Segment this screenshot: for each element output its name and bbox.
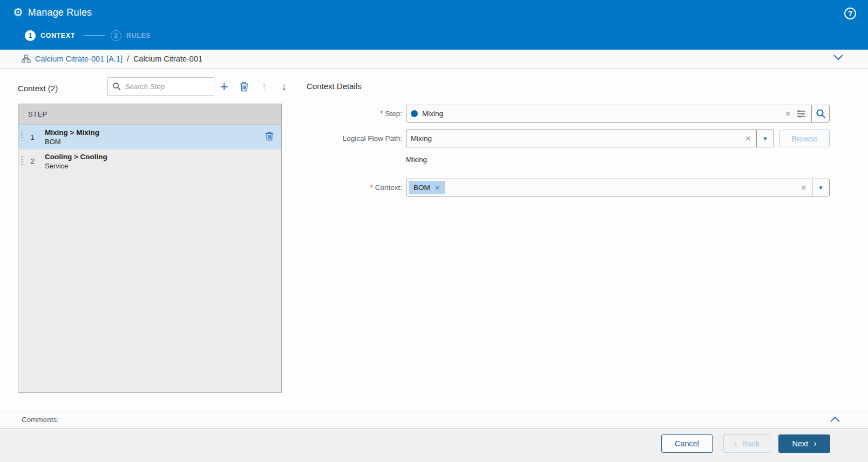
- chevron-down-icon: ▾: [763, 134, 767, 142]
- required-asterisk: *: [370, 183, 372, 192]
- breadcrumb: Calcium Citrate-001 [A.1] / Calcium Citr…: [22, 50, 202, 68]
- logical-flow-path-clear-icon[interactable]: ×: [745, 134, 751, 143]
- step-2-circle[interactable]: 2: [111, 30, 121, 41]
- structure-icon: [22, 55, 31, 63]
- step-search-button[interactable]: [811, 105, 829, 122]
- step-field-value: Mixing: [422, 110, 443, 118]
- step-field: Mixing ×: [406, 105, 830, 123]
- row-subtitle: Service: [45, 162, 107, 170]
- context-chip-label: BOM: [413, 184, 430, 192]
- context-details-title: Context Details: [307, 81, 362, 91]
- cancel-label: Cancel: [675, 439, 699, 448]
- cancel-button[interactable]: Cancel: [661, 434, 713, 453]
- browse-button[interactable]: Browse: [779, 130, 830, 147]
- context-chip: BOM ×: [409, 181, 445, 194]
- comments-collapse-chevron-up-icon[interactable]: [830, 416, 840, 422]
- table-row[interactable]: 1 Mixing > Mixing BOM: [18, 125, 281, 150]
- breadcrumb-current: Calcium Citrate-001: [133, 55, 202, 63]
- context-clear-icon[interactable]: ×: [801, 183, 806, 192]
- comments-section: Comments:: [0, 411, 868, 429]
- step-filter-sliders-icon[interactable]: [796, 110, 806, 118]
- move-up-button[interactable]: ↑: [257, 79, 270, 94]
- header: ⚙ Manage Rules ? 1 CONTEXT 2 RULES: [0, 0, 868, 50]
- logical-flow-path-label-text: Logical Flow Path:: [343, 134, 402, 142]
- context-toolbar: + ↑ ↓: [218, 78, 290, 95]
- breadcrumb-link[interactable]: Calcium Citrate-001 [A.1]: [35, 55, 123, 63]
- required-asterisk: *: [380, 109, 383, 118]
- context-field-label: *Context:: [283, 183, 402, 192]
- chevron-right-icon: ›: [813, 439, 816, 448]
- context-field-value-area[interactable]: BOM ×: [406, 179, 801, 196]
- wizard-stepper: 1 CONTEXT 2 RULES: [25, 30, 151, 41]
- chevron-down-icon: ▾: [819, 184, 823, 192]
- row-title: Cooling > Cooling: [45, 153, 107, 161]
- next-label: Next: [792, 439, 808, 448]
- manage-rules-gear-icon: ⚙: [13, 6, 23, 18]
- chevron-left-icon: ‹: [734, 439, 737, 448]
- row-subtitle: BOM: [45, 138, 99, 146]
- help-glyph: ?: [848, 9, 853, 18]
- search-icon: [112, 82, 121, 91]
- comments-label: Comments:: [22, 416, 59, 424]
- step-label-text: Step:: [385, 110, 402, 118]
- breadcrumb-bar: Calcium Citrate-001 [A.1] / Calcium Citr…: [0, 50, 868, 69]
- page-title: Manage Rules: [28, 7, 92, 18]
- step-object-icon: [411, 110, 418, 117]
- table-column-header: STEP: [18, 104, 281, 125]
- plus-icon: +: [220, 80, 228, 93]
- header-title-row: ⚙ Manage Rules: [13, 6, 92, 18]
- drag-handle-icon[interactable]: [21, 132, 23, 142]
- add-step-button[interactable]: +: [218, 79, 230, 94]
- breadcrumb-collapse-chevron-down-icon[interactable]: [833, 55, 843, 60]
- logical-flow-path-label: Logical Flow Path:: [283, 134, 402, 142]
- row-text: Mixing > Mixing BOM: [45, 128, 99, 146]
- search-icon: [816, 108, 826, 119]
- breadcrumb-separator: /: [127, 55, 129, 63]
- row-title: Mixing > Mixing: [45, 128, 99, 137]
- context-dropdown-button[interactable]: ▾: [812, 179, 829, 196]
- search-step-box: [107, 77, 214, 96]
- next-button[interactable]: Next ›: [778, 434, 830, 453]
- search-step-input[interactable]: [125, 83, 200, 91]
- context-label-text: Context:: [375, 184, 402, 192]
- step-clear-icon[interactable]: ×: [785, 109, 791, 118]
- step-2-label[interactable]: RULES: [126, 32, 151, 39]
- context-field-controls: ×: [801, 179, 812, 196]
- logical-flow-path-field: Mixing × ▾: [406, 130, 774, 147]
- step-field-label: *Step:: [283, 109, 402, 118]
- drag-handle-icon[interactable]: [21, 156, 23, 167]
- logical-flow-path-value: Mixing: [411, 134, 432, 142]
- move-down-button[interactable]: ↓: [277, 79, 290, 94]
- row-delete-trash-icon[interactable]: [265, 131, 274, 141]
- step-1-circle[interactable]: 1: [25, 30, 36, 41]
- trash-icon: [240, 81, 249, 92]
- row-index: 2: [26, 157, 38, 165]
- step-1-label[interactable]: CONTEXT: [40, 32, 75, 39]
- delete-step-button[interactable]: [238, 79, 250, 94]
- logical-flow-path-text: Mixing: [406, 155, 427, 164]
- back-button[interactable]: ‹ Back: [723, 434, 770, 453]
- context-chip-remove-icon[interactable]: ×: [435, 184, 440, 192]
- footer-bar: Cancel ‹ Back Next ›: [0, 430, 868, 462]
- context-steps-table: STEP 1 Mixing > Mixing BOM 2 Cooling > C…: [18, 104, 282, 393]
- row-index: 1: [26, 133, 38, 141]
- back-label: Back: [742, 439, 760, 448]
- logical-flow-path-controls: ×: [745, 130, 756, 147]
- context-list-title: Context (2): [18, 84, 58, 93]
- row-text: Cooling > Cooling Service: [45, 153, 107, 170]
- stepper-connector: [84, 35, 105, 36]
- manage-rules-dialog: ⚙ Manage Rules ? 1 CONTEXT 2 RULES: [0, 0, 868, 462]
- logical-flow-path-value-area[interactable]: Mixing: [406, 130, 745, 147]
- step-field-value-area[interactable]: Mixing: [406, 105, 785, 122]
- context-field: BOM × × ▾: [406, 179, 830, 196]
- arrow-down-icon: ↓: [281, 80, 287, 93]
- arrow-up-icon: ↑: [261, 80, 267, 93]
- logical-flow-path-dropdown-button[interactable]: ▾: [756, 130, 774, 147]
- step-field-controls: ×: [785, 105, 811, 122]
- help-icon[interactable]: ?: [844, 8, 856, 19]
- table-row[interactable]: 2 Cooling > Cooling Service: [18, 150, 281, 173]
